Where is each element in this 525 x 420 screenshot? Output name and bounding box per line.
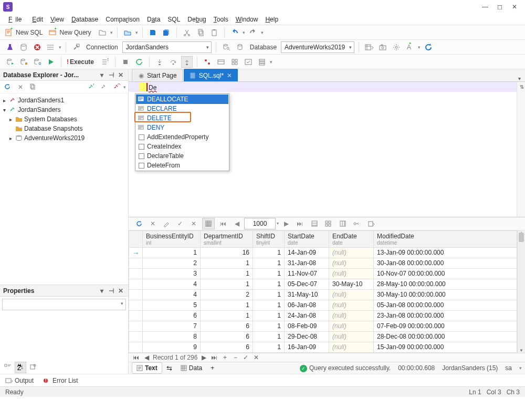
tree-node-folder[interactable]: Database Snapshots <box>1 124 127 133</box>
alphabetize-icon[interactable]: AZ <box>15 362 26 373</box>
tab-sql-file[interactable]: SQL.sql* ✕ <box>184 69 238 81</box>
font-size-icon[interactable]: A+ <box>404 41 416 53</box>
grid-refresh-icon[interactable] <box>133 218 145 229</box>
table-row[interactable]: 511 06-Jan-08(null)05-Jan-08 00:00:00.00… <box>129 300 517 310</box>
grid-vertical-scrollbar[interactable]: ▲ ▼ <box>517 230 525 353</box>
refresh-button[interactable] <box>423 41 434 53</box>
menu-tools[interactable]: Tools <box>211 15 232 24</box>
menu-file[interactable]: File <box>5 15 28 24</box>
property-pages-icon[interactable] <box>27 362 39 373</box>
prev-page-icon[interactable]: ◀ <box>230 218 243 229</box>
db-find-icon[interactable] <box>220 41 232 53</box>
camera-icon[interactable] <box>377 41 388 53</box>
maximize-button[interactable]: ◻ <box>492 2 507 12</box>
grid-rollback-icon[interactable]: ✕ <box>187 218 200 229</box>
grid-edit-icon[interactable] <box>160 218 173 229</box>
nav-commit-icon[interactable]: ✓ <box>242 354 250 361</box>
save-all-button[interactable] <box>161 27 172 38</box>
columns-icon[interactable] <box>337 218 349 229</box>
cut-button[interactable] <box>181 27 193 38</box>
db-reset-icon[interactable] <box>32 56 43 68</box>
page-mode-icon[interactable] <box>202 218 215 229</box>
panel-menu-icon[interactable]: ▾ <box>98 71 106 79</box>
menu-sql[interactable]: SQL <box>164 15 183 24</box>
database-combo[interactable]: AdventureWorks2019 <box>281 41 354 53</box>
open-file-button[interactable] <box>97 27 108 38</box>
panel-pin-icon[interactable]: ⊣ <box>107 71 116 79</box>
error-list-button[interactable]: ! Error List <box>43 377 78 384</box>
panel-pin-icon[interactable]: ⊣ <box>107 287 116 295</box>
table-row[interactable]: 411 05-Dec-0730-May-1028-May-10 00:00:00… <box>129 279 517 289</box>
flask-icon[interactable] <box>4 41 16 53</box>
execute-options-icon[interactable]: ! <box>99 56 111 68</box>
explorer-copy-icon[interactable] <box>27 81 39 93</box>
table-row[interactable]: → 1161 14-Jan-09(null)13-Jan-09 00:00:00… <box>129 247 517 258</box>
minimize-button[interactable]: — <box>478 2 492 12</box>
db-play-icon[interactable] <box>4 56 16 68</box>
new-connection-icon[interactable]: + <box>86 81 97 93</box>
retrieve-data-icon[interactable] <box>363 41 375 53</box>
table-row[interactable]: 421 31-May-10(null)30-May-10 00:00:00.00… <box>129 289 517 300</box>
autocomplete-item[interactable]: CreateIndex <box>136 142 228 151</box>
nav-next-icon[interactable]: ▶ <box>200 354 208 361</box>
export-icon[interactable] <box>365 218 377 229</box>
table-row[interactable]: 611 24-Jan-08(null)23-Jan-08 00:00:00.00… <box>129 310 517 321</box>
nav-add-icon[interactable]: + <box>220 354 229 361</box>
grid-commit-icon[interactable]: ✓ <box>174 218 186 229</box>
autocomplete-popup[interactable]: DEALLOCATE DECLARE DELETE DENY AddExtend… <box>135 93 229 171</box>
close-button[interactable]: ✕ <box>507 2 522 12</box>
copy-button[interactable] <box>195 27 206 38</box>
panel-close-icon[interactable]: ✕ <box>117 71 125 79</box>
new-query-button[interactable]: + New Query <box>48 27 94 38</box>
database-toolbar-icon[interactable] <box>18 41 29 53</box>
debug-stop-icon[interactable] <box>120 56 131 68</box>
data-grid[interactable]: BusinessEntityIDint DepartmentIDsmallint… <box>129 230 525 353</box>
edit-connection-icon[interactable] <box>98 81 110 93</box>
menu-edit[interactable]: Edit <box>29 15 46 24</box>
db-sync-icon[interactable] <box>234 41 246 53</box>
step-into-icon[interactable] <box>154 56 165 68</box>
autocomplete-item[interactable]: DeleteFrom <box>136 161 228 170</box>
autocomplete-item[interactable]: DECLARE <box>136 104 228 113</box>
remove-connection-icon[interactable]: × <box>111 81 122 93</box>
categorize-icon[interactable] <box>2 362 14 373</box>
nav-last-icon[interactable]: ⏭ <box>210 354 218 361</box>
watch-icon[interactable] <box>215 56 227 68</box>
debug-restart-icon[interactable] <box>133 56 145 68</box>
next-page-icon[interactable]: ▶ <box>280 218 292 229</box>
explorer-refresh-icon[interactable] <box>2 81 14 93</box>
table-row[interactable]: 761 08-Feb-09(null)07-Feb-09 00:00:00.00… <box>129 321 517 331</box>
menu-help[interactable]: Help <box>262 15 281 24</box>
connection-combo[interactable]: JordanSanders <box>122 41 212 53</box>
panel-menu-icon[interactable]: ▾ <box>98 287 106 295</box>
nav-delete-icon[interactable]: − <box>231 354 239 361</box>
tab-options-icon[interactable]: ▾ <box>514 76 525 81</box>
redo-button[interactable] <box>247 27 259 38</box>
tree-node-connection[interactable]: ▸ JordanSanders1 <box>1 96 127 105</box>
properties-object-combo[interactable] <box>2 299 126 310</box>
menu-database[interactable]: Database <box>68 15 101 24</box>
explorer-delete-icon[interactable]: ✕ <box>15 81 26 93</box>
menu-comparison[interactable]: Comparison <box>102 15 143 24</box>
table-row[interactable]: 861 29-Dec-08(null)28-Dec-08 00:00:00.00… <box>129 331 517 342</box>
autocomplete-item[interactable]: DELETE <box>136 113 228 123</box>
database-tree[interactable]: ▸ JordanSanders1 ▾ JordanSanders ▸ Syste… <box>0 93 128 285</box>
page-size-input[interactable]: 1000 <box>244 218 276 229</box>
open-button[interactable] <box>122 27 133 38</box>
step-over-icon[interactable] <box>167 56 179 68</box>
execute-button[interactable]: !Execute <box>66 56 97 68</box>
grid-view-icon[interactable] <box>308 218 321 229</box>
nav-prev-icon[interactable]: ◀ <box>142 354 151 361</box>
breakpoint-icon[interactable] <box>202 56 213 68</box>
step-out-icon[interactable] <box>181 56 193 68</box>
settings-icon[interactable] <box>391 41 402 53</box>
list-icon[interactable] <box>45 41 57 53</box>
first-page-icon[interactable]: ⏮ <box>217 218 229 229</box>
nav-first-icon[interactable]: ⏮ <box>132 354 140 361</box>
menu-window[interactable]: Window <box>233 15 261 24</box>
last-page-icon[interactable]: ⏭ <box>293 218 306 229</box>
menu-debug[interactable]: Debug <box>184 15 209 24</box>
panel-close-icon[interactable]: ✕ <box>117 287 125 295</box>
autocomplete-item[interactable]: DENY <box>136 123 228 132</box>
run-button[interactable] <box>45 56 57 68</box>
